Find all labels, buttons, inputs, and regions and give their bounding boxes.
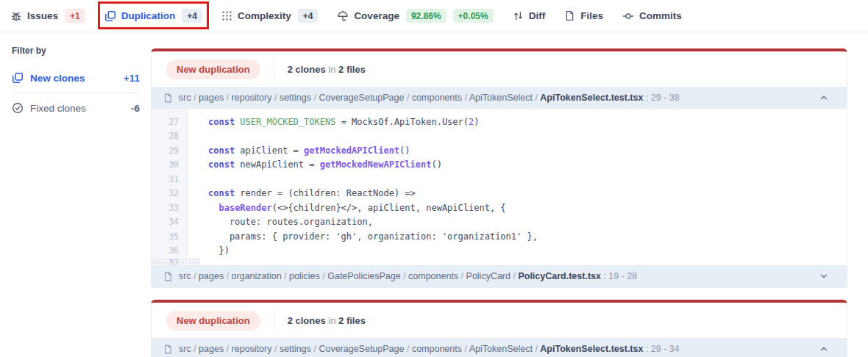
clone-card-header: New duplication2 clones in 2 files <box>152 51 847 87</box>
code-line: 27const USER_MOCKED_TOKENS = MocksOf.Api… <box>152 115 847 129</box>
tab-diff[interactable]: Diff <box>513 10 546 21</box>
path-segment: components <box>408 271 458 281</box>
code-line: 30const newApiClient = getMockedNewAPICl… <box>152 158 847 173</box>
code-token: route: routes.organization, <box>208 217 373 227</box>
code-token: = MocksOf.ApiToken.User( <box>335 117 469 127</box>
tab-label: Files <box>580 10 603 21</box>
path-filename: PolicyCard.test.tsx <box>518 271 601 281</box>
tab-label: Complexity <box>238 10 291 21</box>
path-separator: / <box>224 271 231 281</box>
path-segment: pages <box>199 93 224 103</box>
code-line: 33 baseRender(<>{children}</>, apiClient… <box>152 201 847 215</box>
path-segment: pages <box>199 344 224 354</box>
code-token: apiClient = <box>240 145 304 156</box>
tab-issues[interactable]: Issues+1 <box>10 9 85 23</box>
clone-card-header: New duplication2 clones in 2 files <box>152 303 847 338</box>
path-segment: PolicyCard <box>466 271 511 281</box>
code-token: params: { provider: 'gh', organization: … <box>208 231 538 242</box>
code-token: const <box>208 188 240 198</box>
tab-label: Commits <box>639 10 682 21</box>
bug-icon <box>10 10 22 22</box>
file-icon <box>564 10 575 21</box>
clones-files-number: 2 files <box>338 64 366 75</box>
code-token: USER_MOCKED_TOKENS <box>240 117 335 127</box>
divider <box>274 311 274 330</box>
path-separator: / <box>191 344 199 354</box>
tab-duplication[interactable]: Duplication+4 <box>104 9 202 23</box>
clones-count-sep: in <box>326 64 338 75</box>
path-line-range: : 29 - 34 <box>643 344 679 354</box>
path-filename: ApiTokenSelect.test.tsx <box>540 344 643 354</box>
code-line: 36 }) <box>152 244 847 259</box>
tab-badge: 92.86% <box>406 9 447 23</box>
copy-icon <box>104 10 116 22</box>
line-number: 31 <box>152 174 188 184</box>
commit-icon <box>622 10 634 22</box>
code-text: }) <box>188 245 230 256</box>
code-token: getMockedNewAPIClient <box>320 159 432 170</box>
new-duplication-badge: New duplication <box>166 311 260 331</box>
path-segment: settings <box>280 344 311 354</box>
collapse-button[interactable] <box>819 93 829 103</box>
collapse-button[interactable] <box>819 344 829 354</box>
tab-complexity[interactable]: Complexity+4 <box>221 9 318 23</box>
path-segment: src <box>179 271 191 281</box>
tab-badge: +1 <box>65 9 85 23</box>
truncation-pattern <box>188 258 200 265</box>
path-separator: / <box>458 271 466 281</box>
tab-label: Coverage <box>354 10 399 21</box>
code-token: () <box>431 159 441 170</box>
file-path-bar[interactable]: src / pages / organization / policies / … <box>152 265 847 287</box>
expand-button[interactable] <box>819 271 829 281</box>
path-separator: / <box>271 344 279 354</box>
clone-card: New duplication2 clones in 2 filessrc / … <box>151 48 847 288</box>
sidebar-item-label: New clones <box>30 73 85 84</box>
path-filename: ApiTokenSelect.test.tsx <box>540 93 643 103</box>
new-duplication-badge: New duplication <box>166 60 260 79</box>
file-icon <box>163 93 173 103</box>
path-separator: / <box>224 344 231 354</box>
file-path-bar[interactable]: src / pages / repository / settings / Co… <box>152 87 847 109</box>
clones-count: 2 clones in 2 files <box>288 64 366 75</box>
tab-files[interactable]: Files <box>564 10 603 21</box>
path-separator: / <box>533 93 540 103</box>
line-number: 27 <box>152 117 188 127</box>
sidebar-item-fixed-clones[interactable]: Fixed clones-6 <box>12 93 140 123</box>
path-separator: / <box>533 344 540 354</box>
code-line: 31 <box>152 172 847 187</box>
sidebar-item-new-clones[interactable]: New clones+11 <box>12 63 140 93</box>
code-text: const render = (children: ReactNode) => <box>188 188 416 198</box>
line-number: 36 <box>152 245 188 256</box>
chevron-down-icon <box>819 271 829 281</box>
code-line: 32const render = (children: ReactNode) =… <box>152 187 847 201</box>
line-number: 30 <box>152 159 188 170</box>
chevron-up-icon <box>819 344 829 354</box>
sidebar-items: New clones+11Fixed clones-6 <box>12 63 140 123</box>
path-segment: pages <box>199 271 224 281</box>
tab-commits[interactable]: Commits <box>622 10 682 22</box>
code-token: }) <box>208 245 230 256</box>
sidebar-item-label: Fixed clones <box>30 103 86 114</box>
copy-icon <box>12 72 24 84</box>
tab-badge: +4 <box>298 9 319 23</box>
line-number: 34 <box>152 217 188 227</box>
check-circle-icon <box>12 102 24 114</box>
path-separator: / <box>511 271 518 281</box>
tab-label: Diff <box>529 10 546 21</box>
code-token: newApiClient = <box>240 159 319 170</box>
code-token: ) <box>474 117 479 127</box>
tab-badge: +0.05% <box>453 9 494 23</box>
code-token: () <box>399 145 410 156</box>
line-number: 28 <box>152 131 188 141</box>
line-number: 35 <box>152 231 188 242</box>
filter-by-label: Filter by <box>12 46 140 56</box>
path-separator: / <box>401 271 408 281</box>
path-separator: / <box>311 93 319 103</box>
file-path-bar[interactable]: src / pages / repository / settings / Co… <box>152 338 847 357</box>
clones-files-number: 2 files <box>338 315 366 326</box>
path-segment: policies <box>289 271 320 281</box>
code-text: params: { provider: 'gh', organization: … <box>188 231 538 242</box>
code-line: 35 params: { provider: 'gh', organizatio… <box>152 229 847 244</box>
clone-card: New duplication2 clones in 2 filessrc / … <box>151 300 847 357</box>
tab-coverage[interactable]: Coverage92.86%+0.05% <box>337 9 493 23</box>
